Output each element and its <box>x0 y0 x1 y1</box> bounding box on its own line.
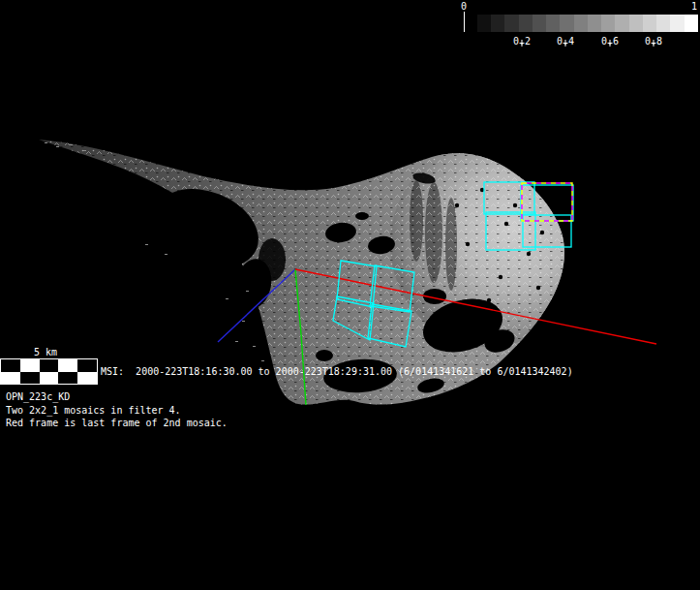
mosaic-frame <box>484 182 534 214</box>
axis-green <box>295 269 306 405</box>
trajectory-line-red <box>295 269 656 344</box>
body-axes <box>218 269 656 405</box>
axis-blue <box>218 269 295 342</box>
render-window: 5 km MSI: 2000-223T18:16:30.00 to 2000-2… <box>0 0 700 590</box>
mosaic-frame <box>368 304 411 347</box>
overlay-graphics <box>0 0 700 590</box>
mosaic-2-footprints <box>484 182 573 250</box>
mosaic-frame <box>523 215 571 247</box>
mosaic-frame <box>486 212 535 250</box>
mosaic-1-footprints <box>333 261 414 347</box>
